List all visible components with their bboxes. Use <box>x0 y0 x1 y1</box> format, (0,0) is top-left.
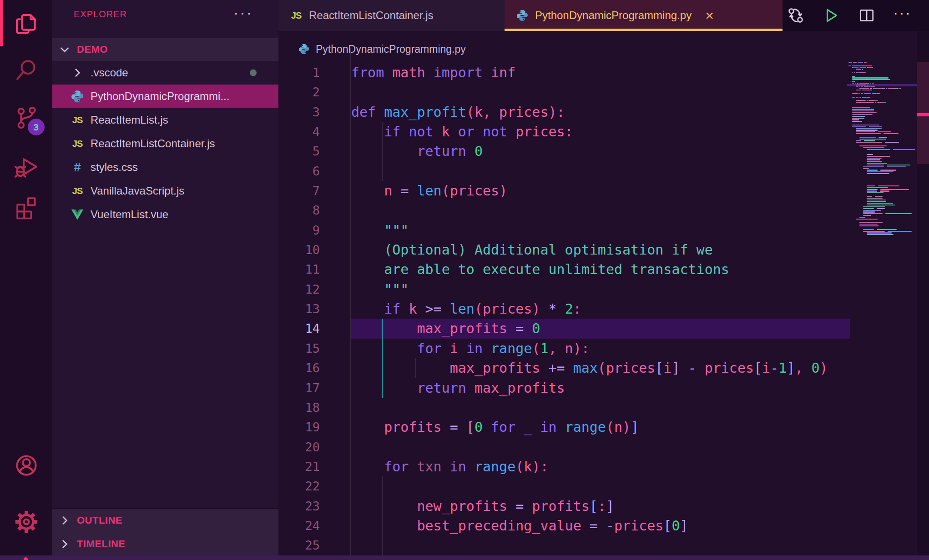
minimap-line <box>859 222 883 223</box>
line-number: 24 <box>278 516 322 535</box>
minimap-line <box>875 102 876 103</box>
minimap-line <box>884 133 899 134</box>
activity-bar: 3 <box>0 0 52 560</box>
file-label: styles.css <box>91 161 138 174</box>
minimap-line <box>852 79 890 80</box>
line-number: 25 <box>278 535 322 555</box>
code-line-18[interactable] <box>351 398 847 417</box>
run-python-file-icon[interactable] <box>823 7 840 24</box>
compare-changes-icon[interactable] <box>787 7 804 24</box>
code-line-19[interactable]: profits = [0 for _ in range(n)] <box>351 417 847 437</box>
source-control-icon[interactable]: 3 <box>12 104 41 133</box>
minimap-line <box>856 102 874 103</box>
line-number-gutter[interactable]: 1234567891011121314151617181920212223242… <box>278 48 322 555</box>
settings-gear-icon[interactable] <box>12 507 41 536</box>
code-line-14[interactable]: max_profits = 0 <box>351 319 847 338</box>
minimap-line <box>863 208 874 209</box>
code-line-2[interactable] <box>351 82 847 102</box>
python-file-icon <box>70 89 85 104</box>
overview-line-marker <box>917 113 929 116</box>
extensions-icon[interactable] <box>12 193 41 222</box>
code-line-3[interactable]: def max_profit(k, prices): <box>351 102 847 122</box>
tab-reactitemlistcontainer-js[interactable]: JSReactItemListContainer.js <box>278 0 505 31</box>
file-label: ReactItemList.js <box>91 114 168 126</box>
sidebar-section-timeline[interactable]: TIMELINE <box>52 532 278 556</box>
code-line-6[interactable] <box>351 161 847 181</box>
code-line-15[interactable]: for i in range(1, n): <box>351 339 847 358</box>
minimap-line <box>873 83 874 84</box>
minimap[interactable] <box>847 48 917 555</box>
code-line-11[interactable]: are able to execute unlimited transactio… <box>351 260 847 279</box>
search-icon[interactable] <box>12 55 41 85</box>
close-icon[interactable]: × <box>705 9 714 22</box>
minimap-line <box>852 114 873 115</box>
code-line-1[interactable]: from math import inf <box>351 63 847 82</box>
file-row-reactitemlistcontainer-js[interactable]: JSReactItemListContainer.js <box>52 132 278 155</box>
minimap-line <box>856 100 866 101</box>
minimap-line <box>862 90 872 90</box>
code-line-20[interactable] <box>351 437 847 457</box>
code-line-16[interactable]: max_profits += max(prices[i] - prices[i-… <box>351 358 847 378</box>
minimap-line <box>887 165 910 165</box>
minimap-line <box>852 110 874 111</box>
minimap-line <box>872 93 877 94</box>
file-row-styles-css[interactable]: #styles.css <box>52 155 278 179</box>
minimap-line <box>862 83 869 84</box>
file-row-reactitemlist-js[interactable]: JSReactItemList.js <box>52 108 278 132</box>
minimap-line <box>867 100 868 101</box>
minimap-line <box>879 93 880 94</box>
minimap-line <box>867 170 878 170</box>
file-list: .vscodePythonDynamicProgrammi...JSReactI… <box>52 61 278 226</box>
vscode-window: 3 <box>0 0 929 560</box>
code-line-24[interactable]: best_preceding_value = -prices[0] <box>351 516 847 535</box>
code-line-13[interactable]: if k >= len(prices) * 2: <box>351 299 847 319</box>
explorer-icon[interactable] <box>12 10 41 39</box>
editor-actions: ··· <box>787 0 911 31</box>
minimap-line <box>859 88 869 89</box>
code-line-4[interactable]: if not k or not prices: <box>351 122 847 141</box>
file-row-pythondynamicprogrammi-[interactable]: PythonDynamicProgrammi... <box>52 85 278 108</box>
minimap-line <box>857 83 858 84</box>
code-line-23[interactable]: new_profits = profits[:] <box>351 496 847 516</box>
more-actions-icon[interactable]: ··· <box>894 4 911 27</box>
code-line-5[interactable]: return 0 <box>351 141 847 161</box>
file-row-vanillajavascript-js[interactable]: JSVanillaJavaScript.js <box>52 179 278 203</box>
minimap-line <box>859 139 886 140</box>
minimap-line <box>870 83 871 84</box>
chevron-down-icon <box>59 44 71 55</box>
account-icon[interactable] <box>12 451 41 480</box>
code-line-22[interactable] <box>351 476 847 496</box>
minimap-line <box>856 69 861 70</box>
minimap-line <box>854 72 855 73</box>
code-line-9[interactable]: """ <box>351 220 847 240</box>
tab-pythondynamicprogramming-py[interactable]: PythonDynamicProgramming.py× <box>505 0 783 31</box>
code-line-17[interactable]: return max_profits <box>351 378 847 398</box>
run-debug-icon[interactable] <box>12 153 41 182</box>
code-line-10[interactable]: (Optional) Additional optimisation if we <box>351 240 847 260</box>
code-line-12[interactable]: """ <box>351 280 847 299</box>
code-line-25[interactable] <box>351 535 847 555</box>
line-number: 8 <box>278 200 322 220</box>
sidebar-bottom-sections: OUTLINETIMELINE <box>52 508 278 556</box>
minimap-line <box>867 187 888 188</box>
sidebar-more-actions-icon[interactable]: ··· <box>233 4 253 21</box>
file-row--vscode[interactable]: .vscode <box>52 61 278 85</box>
minimap-line <box>852 126 866 127</box>
minimap-line <box>870 86 875 87</box>
code-editor[interactable]: from math import infdef max_profit(k, pr… <box>351 48 847 555</box>
minimap-line <box>852 112 877 113</box>
minimap-line <box>863 168 869 169</box>
overview-ruler[interactable] <box>917 31 929 560</box>
code-line-8[interactable] <box>351 200 847 220</box>
sidebar-section-demo[interactable]: DEMO <box>52 38 278 61</box>
code-line-7[interactable]: n = len(prices) <box>351 181 847 200</box>
minimap-line <box>852 76 855 77</box>
section-label: TIMELINE <box>77 538 126 550</box>
sidebar-section-outline[interactable]: OUTLINE <box>52 509 278 532</box>
minimap-line <box>867 189 878 190</box>
minimap-line <box>853 62 857 63</box>
css-file-icon: # <box>70 160 85 175</box>
code-line-21[interactable]: for txn in range(k): <box>351 457 847 476</box>
file-row-vueitemlist-vue[interactable]: VueItemList.vue <box>52 203 278 226</box>
split-editor-icon[interactable] <box>858 7 875 24</box>
